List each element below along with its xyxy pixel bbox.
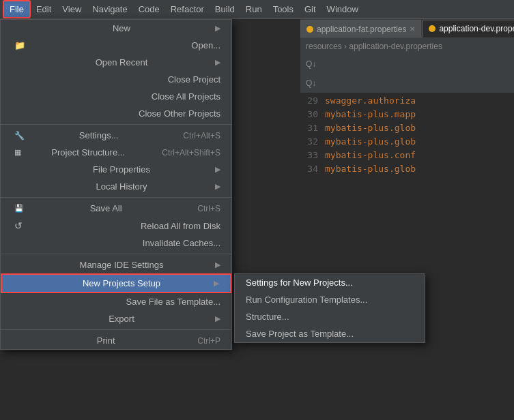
menu-local-history[interactable]: Local History ▶: [1, 178, 231, 195]
code-editor: 29 swagger.authoriza 30 mybatis-plus.map…: [300, 93, 514, 180]
manage-ide-arrow: ▶: [215, 260, 220, 269]
export-arrow: ▶: [215, 314, 220, 323]
menu-file-properties[interactable]: File Properties ▶: [1, 161, 231, 178]
sep-3: [1, 254, 231, 254]
menu-file[interactable]: File: [3, 0, 31, 18]
menu-close-other[interactable]: Close Other Projects: [1, 105, 231, 122]
code-line: 31 mybatis-plus.glob: [300, 123, 514, 136]
menu-invalidate[interactable]: Invalidate Caches...: [1, 235, 231, 252]
breadcrumb-text: resources › application-dev.properties: [306, 42, 442, 51]
menu-project-structure[interactable]: Project Structure... Ctrl+Alt+Shift+S: [1, 144, 231, 161]
submenu-structure[interactable]: Structure...: [235, 308, 425, 325]
file-props-arrow: ▶: [215, 165, 220, 174]
folder-icon: 📁: [14, 40, 25, 50]
menu-window[interactable]: Window: [322, 1, 364, 17]
menu-edit[interactable]: Edit: [31, 1, 57, 17]
reload-icon: [14, 220, 25, 231]
menu-navigate[interactable]: Navigate: [87, 1, 132, 17]
breadcrumb: resources › application-dev.properties: [300, 38, 514, 55]
submenu-run-config[interactable]: Run Configuration Templates...: [235, 291, 425, 308]
menu-save-as-template[interactable]: Save File as Template...: [1, 293, 231, 310]
menu-build[interactable]: Build: [210, 1, 240, 17]
tab-application-dev[interactable]: application-dev.properties ✕: [423, 20, 514, 38]
menu-settings[interactable]: Settings... Ctrl+Alt+S: [1, 127, 231, 144]
tab-icon-fat: [306, 26, 313, 33]
new-arrow: ▶: [215, 24, 220, 33]
code-line: 34 mybatis-plus.glob: [300, 164, 514, 177]
menu-print[interactable]: Print Ctrl+P: [1, 332, 231, 349]
search-row-1: Q↓: [300, 55, 514, 74]
wrench-icon: [14, 131, 25, 140]
search-icon-1: Q↓: [306, 59, 316, 69]
menu-run[interactable]: Run: [240, 1, 268, 17]
code-line: 29 swagger.authoriza: [300, 95, 514, 109]
submenu-settings-for-new[interactable]: Settings for New Projects...: [235, 274, 425, 291]
tab-icon-dev: [429, 25, 436, 32]
sep-4: [1, 329, 231, 330]
menu-reload[interactable]: Reload All from Disk: [1, 217, 231, 235]
menu-open[interactable]: 📁 Open...: [1, 37, 231, 54]
open-recent-arrow: ▶: [215, 58, 220, 67]
right-top-tabs: application-fat.properties ✕ application…: [300, 19, 514, 55]
menu-new-projects-setup[interactable]: New Projects Setup ▶ Settings for New Pr…: [1, 273, 231, 293]
menu-new[interactable]: New ▶: [1, 20, 231, 37]
local-history-arrow: ▶: [215, 182, 220, 191]
floppy-icon: [14, 204, 25, 213]
new-projects-submenu: Settings for New Projects... Run Configu…: [234, 273, 425, 343]
menu-view[interactable]: View: [57, 1, 87, 17]
search-row-2: Q↓: [300, 74, 514, 93]
menu-export[interactable]: Export ▶: [1, 310, 231, 327]
code-line: 32 mybatis-plus.glob: [300, 136, 514, 150]
submenu-save-project-template[interactable]: Save Project as Template...: [235, 325, 425, 342]
sep-2: [1, 197, 231, 198]
menu-open-recent[interactable]: Open Recent ▶: [1, 54, 231, 71]
file-dropdown: New ▶ 📁 Open... Open Recent ▶ Close Proj…: [0, 19, 232, 350]
menu-refactor[interactable]: Refactor: [165, 1, 210, 17]
tab-label-fat: application-fat.properties: [317, 25, 406, 34]
right-editor: Q↓ Q↓ 29 swagger.authoriza 30 mybatis-pl…: [300, 55, 514, 420]
menu-manage-ide[interactable]: Manage IDE Settings ▶: [1, 256, 231, 273]
code-line: 30 mybatis-plus.mapp: [300, 109, 514, 123]
search-icon-2: Q↓: [306, 78, 316, 88]
menu-git[interactable]: Git: [299, 1, 322, 17]
sep-1: [1, 124, 231, 125]
tab-label-dev: application-dev.properties: [439, 24, 514, 33]
tab-close-fat[interactable]: ✕: [410, 25, 415, 33]
menu-code[interactable]: Code: [133, 1, 165, 17]
menu-tools[interactable]: Tools: [268, 1, 299, 17]
tab-row: application-fat.properties ✕ application…: [300, 19, 514, 38]
menu-save-all[interactable]: Save All Ctrl+S: [1, 200, 231, 217]
grid-icon: [14, 148, 25, 157]
menu-close-project[interactable]: Close Project: [1, 71, 231, 88]
menu-bar: File Edit View Navigate Code Refactor Bu…: [0, 0, 514, 19]
code-line: 33 mybatis-plus.conf: [300, 150, 514, 164]
new-projects-arrow: ▶: [214, 279, 219, 288]
tab-application-fat[interactable]: application-fat.properties ✕: [300, 20, 421, 38]
menu-close-all[interactable]: Close All Projects: [1, 88, 231, 105]
